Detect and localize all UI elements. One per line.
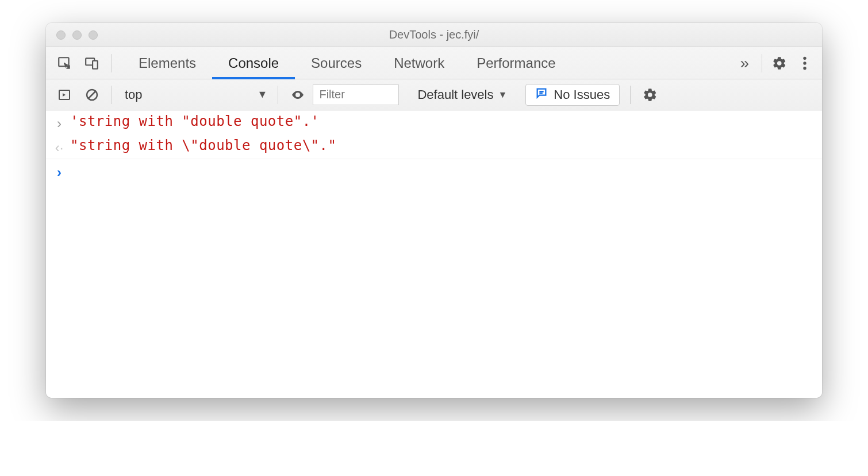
issues-label: No Issues	[554, 87, 610, 102]
context-label: top	[125, 87, 143, 102]
issues-icon	[535, 87, 548, 103]
tab-elements[interactable]: Elements	[122, 47, 212, 79]
console-settings-icon[interactable]	[637, 82, 663, 108]
traffic-lights	[46, 30, 98, 40]
live-expression-icon[interactable]	[285, 82, 310, 108]
svg-rect-2	[93, 60, 98, 68]
more-tabs-icon[interactable]: »	[732, 54, 757, 72]
dropdown-icon: ▼	[258, 89, 268, 101]
console-prompt-row[interactable]: ›	[46, 159, 822, 183]
separator	[112, 54, 112, 72]
console-toolbar: top ▼ Default levels ▼ No Issues	[46, 79, 822, 110]
tab-label: Sources	[311, 55, 362, 71]
console-prompt-input[interactable]	[67, 162, 815, 178]
clear-console-icon[interactable]	[79, 82, 105, 108]
execution-context-selector[interactable]: top ▼	[119, 87, 271, 102]
console-row-input[interactable]: › 'string with "double quote".'	[46, 110, 822, 135]
titlebar: DevTools - jec.fyi/	[46, 23, 822, 47]
tab-label: Elements	[139, 55, 196, 71]
tab-label: Performance	[477, 55, 555, 71]
input-marker-icon: ›	[52, 113, 67, 132]
separator	[630, 86, 631, 104]
separator	[762, 54, 762, 72]
tab-network[interactable]: Network	[378, 47, 460, 79]
kebab-menu-icon[interactable]	[792, 51, 817, 76]
separator	[278, 86, 278, 104]
device-toolbar-icon[interactable]	[79, 51, 105, 76]
tab-sources[interactable]: Sources	[295, 47, 378, 79]
tab-console[interactable]: Console	[212, 47, 295, 79]
output-marker-icon: ‹·	[52, 137, 67, 156]
svg-line-8	[88, 91, 96, 99]
levels-label: Default levels	[417, 87, 493, 102]
svg-point-3	[803, 56, 806, 59]
console-output-text: "string with \"double quote\"."	[67, 137, 336, 153]
tab-label: Network	[394, 55, 444, 71]
separator	[112, 86, 112, 104]
issues-button[interactable]: No Issues	[525, 84, 620, 106]
console-output: › 'string with "double quote".' ‹· "stri…	[46, 110, 822, 398]
svg-point-5	[803, 66, 806, 69]
close-window-button[interactable]	[56, 30, 66, 40]
main-tabstrip: Elements Console Sources Network Perform…	[46, 47, 822, 79]
log-levels-selector[interactable]: Default levels ▼	[412, 87, 513, 102]
minimize-window-button[interactable]	[72, 30, 82, 40]
tab-performance[interactable]: Performance	[460, 47, 571, 79]
dropdown-icon: ▼	[498, 90, 508, 100]
devtools-window: DevTools - jec.fyi/ Elements Console	[46, 23, 822, 398]
window-title: DevTools - jec.fyi/	[46, 28, 822, 41]
console-input-text: 'string with "double quote".'	[67, 113, 320, 129]
tabstrip-tools	[46, 47, 122, 79]
svg-point-4	[803, 62, 806, 64]
console-row-output[interactable]: ‹· "string with \"double quote\"."	[46, 135, 822, 159]
tab-label: Console	[228, 55, 279, 71]
filter-input[interactable]	[313, 85, 399, 105]
sidebar-toggle-icon[interactable]	[52, 82, 77, 108]
tabstrip-right: »	[732, 47, 822, 79]
inspect-element-icon[interactable]	[52, 51, 77, 76]
panel-tabs: Elements Console Sources Network Perform…	[122, 47, 572, 79]
prompt-marker-icon: ›	[52, 162, 67, 181]
zoom-window-button[interactable]	[89, 30, 98, 40]
settings-icon[interactable]	[767, 51, 792, 76]
